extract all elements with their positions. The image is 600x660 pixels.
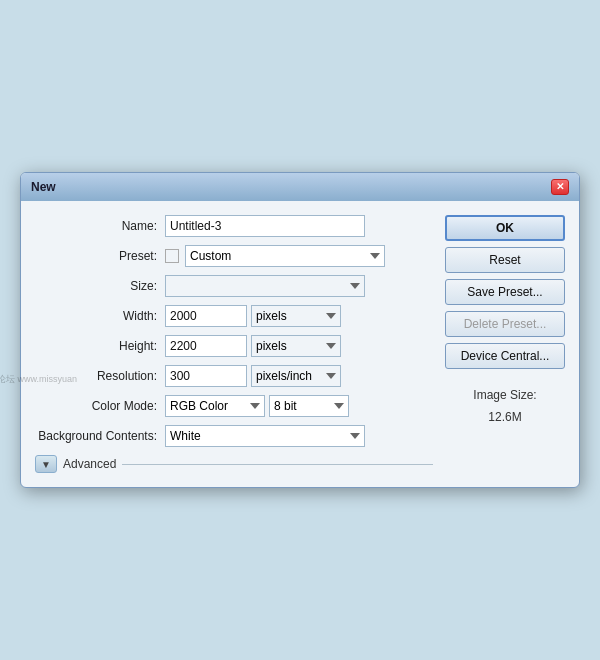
height-unit-select[interactable]: pixels inches cm mm points picas (251, 335, 341, 357)
width-unit-select[interactable]: pixels inches cm mm points picas (251, 305, 341, 327)
titlebar: New ✕ (21, 173, 579, 201)
device-central-button[interactable]: Device Central... (445, 343, 565, 369)
ok-button[interactable]: OK (445, 215, 565, 241)
delete-preset-button[interactable]: Delete Preset... (445, 311, 565, 337)
preset-row: Preset: Custom Default Photoshop Size Le… (35, 245, 433, 267)
height-label: Height: (35, 339, 165, 353)
resolution-label: Resolution: (35, 369, 165, 383)
bg-select[interactable]: White Background Color Transparent (165, 425, 365, 447)
width-input-group: pixels inches cm mm points picas (165, 305, 341, 327)
advanced-divider (122, 464, 433, 465)
name-row: Name: (35, 215, 433, 237)
buttons-area: OK Reset Save Preset... Delete Preset...… (445, 215, 565, 473)
background-row: Background Contents: White Background Co… (35, 425, 433, 447)
preset-row-content: Custom Default Photoshop Size Letter Leg… (165, 245, 385, 267)
size-label: Size: (35, 279, 165, 293)
color-mode-row: Color Mode: Bitmap Grayscale RGB Color C… (35, 395, 433, 417)
width-input[interactable] (165, 305, 247, 327)
resolution-input[interactable] (165, 365, 247, 387)
height-input-group: pixels inches cm mm points picas (165, 335, 341, 357)
advanced-toggle-button[interactable]: ▼ (35, 455, 57, 473)
preset-select[interactable]: Custom Default Photoshop Size Letter Leg… (185, 245, 385, 267)
form-area: Name: Preset: Custom Default Photoshop S… (35, 215, 433, 473)
image-size-value: 12.6M (445, 407, 565, 429)
resolution-unit-select[interactable]: pixels/inch pixels/cm (251, 365, 341, 387)
image-size-area: Image Size: 12.6M (445, 385, 565, 428)
resolution-input-group: pixels/inch pixels/cm (165, 365, 341, 387)
color-mode-group: Bitmap Grayscale RGB Color CMYK Color La… (165, 395, 349, 417)
save-preset-button[interactable]: Save Preset... (445, 279, 565, 305)
width-row: Width: pixels inches cm mm points picas (35, 305, 433, 327)
advanced-row: ▼ Advanced (35, 455, 433, 473)
name-label: Name: (35, 219, 165, 233)
width-label: Width: (35, 309, 165, 323)
reset-button[interactable]: Reset (445, 247, 565, 273)
image-size-label: Image Size: (445, 385, 565, 407)
color-mode-select[interactable]: Bitmap Grayscale RGB Color CMYK Color La… (165, 395, 265, 417)
new-dialog: New ✕ Name: Preset: Custom Default Photo… (20, 172, 580, 488)
advanced-label: Advanced (63, 457, 116, 471)
dialog-title: New (31, 180, 56, 194)
preset-label: Preset: (35, 249, 165, 263)
color-mode-label: Color Mode: (35, 399, 165, 413)
name-input[interactable] (165, 215, 365, 237)
preset-checkbox-area (165, 249, 179, 263)
dialog-body: Name: Preset: Custom Default Photoshop S… (21, 201, 579, 487)
resolution-row: Resolution: pixels/inch pixels/cm (35, 365, 433, 387)
bg-label: Background Contents: (35, 429, 165, 443)
bit-depth-select[interactable]: 8 bit 16 bit 32 bit (269, 395, 349, 417)
size-row: Size: (35, 275, 433, 297)
size-select[interactable] (165, 275, 365, 297)
close-button[interactable]: ✕ (551, 179, 569, 195)
height-input[interactable] (165, 335, 247, 357)
height-row: Height: pixels inches cm mm points picas (35, 335, 433, 357)
